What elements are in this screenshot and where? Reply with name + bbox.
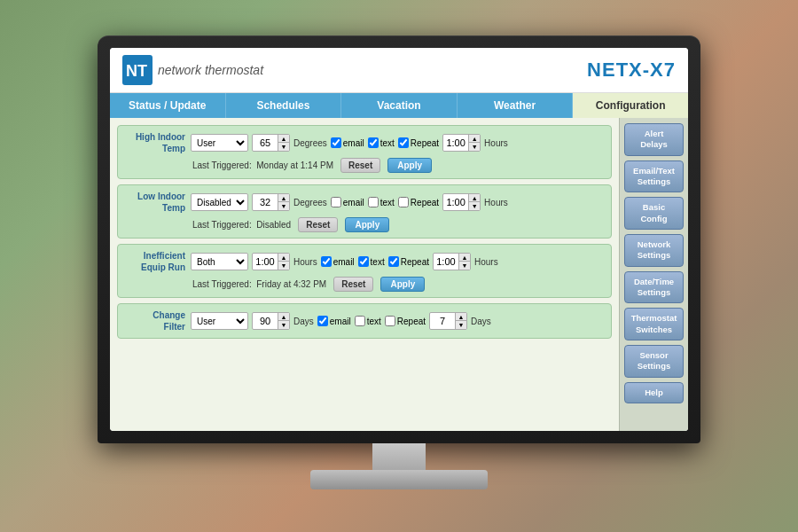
change-filter-threshold-spinbtns: ▲ ▼ bbox=[278, 313, 289, 329]
network-settings-button[interactable]: NetworkSettings bbox=[624, 234, 684, 267]
high-indoor-threshold-up[interactable]: ▲ bbox=[278, 135, 289, 143]
low-indoor-repeat-up[interactable]: ▲ bbox=[469, 194, 480, 202]
low-indoor-text-checkbox[interactable] bbox=[368, 197, 379, 207]
inefficient-threshold-spinner: ▲ ▼ bbox=[252, 253, 290, 270]
monitor-bezel: NT network thermostat NETX-X7 Status / U… bbox=[98, 35, 700, 443]
low-indoor-reset-button[interactable]: Reset bbox=[298, 217, 338, 232]
low-indoor-repeat-time-value[interactable] bbox=[443, 196, 468, 208]
tab-status-update[interactable]: Status / Update bbox=[110, 93, 226, 118]
change-filter-repeat-down[interactable]: ▼ bbox=[456, 321, 466, 329]
high-indoor-email-label[interactable]: email bbox=[331, 137, 364, 148]
inefficient-repeat-time-value[interactable] bbox=[434, 255, 458, 268]
inefficient-reset-button[interactable]: Reset bbox=[333, 277, 373, 292]
tab-weather[interactable]: Weather bbox=[458, 93, 574, 118]
change-filter-threshold-down[interactable]: ▼ bbox=[278, 321, 289, 329]
tab-vacation[interactable]: Vacation bbox=[341, 93, 458, 118]
low-indoor-email-checkbox[interactable] bbox=[331, 197, 341, 207]
right-sidebar: AlertDelays Email/TextSettings BasicConf… bbox=[619, 118, 688, 431]
monitor-neck bbox=[372, 443, 426, 470]
alert-row-change-filter: ChangeFilter UserDisabledBoth ▲ ▼ bbox=[117, 303, 612, 339]
change-filter-email-checkbox[interactable] bbox=[317, 316, 328, 326]
low-indoor-threshold-spinner: ▲ ▼ bbox=[252, 193, 290, 211]
low-indoor-repeat-label[interactable]: Repeat bbox=[398, 197, 439, 207]
help-button[interactable]: Help bbox=[624, 382, 684, 403]
low-indoor-repeat-checkbox[interactable] bbox=[398, 197, 409, 207]
high-indoor-repeat-up[interactable]: ▲ bbox=[469, 135, 480, 143]
inefficient-threshold-down[interactable]: ▼ bbox=[278, 262, 289, 270]
high-indoor-threshold-spinbtns: ▲ ▼ bbox=[278, 135, 289, 151]
high-indoor-select[interactable]: UserDisabledBoth bbox=[191, 134, 248, 152]
alert-inefficient-top: InefficientEquip Run UserDisabledBoth ▲ bbox=[125, 250, 604, 273]
thermostat-switches-button[interactable]: ThermostatSwitches bbox=[624, 308, 684, 340]
inefficient-apply-button[interactable]: Apply bbox=[380, 277, 425, 292]
alert-low-indoor-top: Low IndoorTemp UserDisabledBoth ▲ ▼ bbox=[125, 191, 604, 214]
change-filter-repeat-spinbtns: ▲ ▼ bbox=[455, 313, 466, 329]
high-indoor-repeat-down[interactable]: ▼ bbox=[469, 143, 480, 151]
basic-config-button[interactable]: BasicConfig bbox=[624, 197, 684, 230]
alert-delays-button[interactable]: AlertDelays bbox=[624, 123, 684, 156]
inefficient-repeat-label[interactable]: Repeat bbox=[388, 256, 429, 267]
change-filter-text-checkbox[interactable] bbox=[355, 316, 365, 326]
change-filter-threshold-value[interactable] bbox=[253, 315, 278, 327]
email-text-settings-button[interactable]: Email/TextSettings bbox=[624, 160, 684, 193]
alert-row-low-indoor-temp: Low IndoorTemp UserDisabledBoth ▲ ▼ bbox=[117, 184, 612, 239]
inefficient-email-checkbox[interactable] bbox=[321, 256, 332, 267]
low-indoor-threshold-spinbtns: ▲ ▼ bbox=[278, 194, 289, 210]
alert-high-indoor-bottom: Last Triggered: Monday at 1:14 PM Reset … bbox=[125, 158, 604, 173]
change-filter-repeat-checkbox[interactable] bbox=[385, 316, 395, 326]
low-indoor-email-label[interactable]: email bbox=[331, 197, 364, 207]
sensor-settings-button[interactable]: SensorSettings bbox=[624, 345, 684, 378]
high-indoor-unit: Degrees bbox=[293, 138, 327, 148]
monitor-wrapper: NT network thermostat NETX-X7 Status / U… bbox=[98, 35, 700, 497]
inefficient-threshold-value[interactable] bbox=[253, 255, 278, 268]
low-indoor-apply-button[interactable]: Apply bbox=[345, 217, 389, 232]
high-indoor-reset-button[interactable]: Reset bbox=[340, 158, 380, 173]
inefficient-text-label[interactable]: text bbox=[358, 256, 385, 267]
low-indoor-threshold-down[interactable]: ▼ bbox=[278, 202, 289, 210]
change-filter-repeat-label[interactable]: Repeat bbox=[385, 316, 426, 326]
inefficient-text-checkbox[interactable] bbox=[358, 256, 369, 267]
alert-controls-high-indoor: UserDisabledBoth ▲ ▼ Degrees bbox=[191, 134, 508, 152]
low-indoor-unit: Degrees bbox=[293, 198, 327, 207]
inefficient-repeat-checkbox[interactable] bbox=[388, 256, 399, 267]
high-indoor-apply-button[interactable]: Apply bbox=[387, 158, 432, 173]
change-filter-unit: Days bbox=[293, 317, 314, 326]
inefficient-email-label[interactable]: email bbox=[321, 256, 355, 267]
low-indoor-threshold-up[interactable]: ▲ bbox=[278, 194, 289, 202]
low-indoor-text-label[interactable]: text bbox=[368, 197, 395, 207]
model-name: NETX-X7 bbox=[587, 59, 676, 82]
high-indoor-repeat-checkbox[interactable] bbox=[398, 137, 409, 148]
tab-schedules[interactable]: Schedules bbox=[226, 93, 342, 118]
low-indoor-threshold-value[interactable] bbox=[253, 196, 278, 208]
datetime-settings-button[interactable]: Date/TimeSettings bbox=[624, 271, 684, 304]
change-filter-text-label[interactable]: text bbox=[355, 316, 381, 326]
change-filter-threshold-up[interactable]: ▲ bbox=[278, 313, 289, 321]
high-indoor-repeat-time-value[interactable] bbox=[443, 137, 468, 149]
change-filter-email-label[interactable]: email bbox=[317, 316, 351, 326]
high-indoor-text-label[interactable]: text bbox=[368, 137, 395, 148]
change-filter-select[interactable]: UserDisabledBoth bbox=[191, 312, 248, 330]
low-indoor-last-triggered: Last Triggered: Disabled bbox=[192, 220, 291, 230]
inefficient-repeat-up[interactable]: ▲ bbox=[459, 254, 470, 262]
alert-controls-inefficient: UserDisabledBoth ▲ ▼ Hours bbox=[191, 253, 498, 270]
high-indoor-text-checkbox[interactable] bbox=[368, 137, 379, 148]
low-indoor-select[interactable]: UserDisabledBoth bbox=[191, 193, 248, 211]
tab-configuration[interactable]: Configuration bbox=[573, 93, 688, 118]
inefficient-repeat-time-spinner: ▲ ▼ bbox=[433, 253, 471, 270]
high-indoor-threshold-value[interactable] bbox=[253, 137, 278, 149]
change-filter-repeat-up[interactable]: ▲ bbox=[456, 313, 466, 321]
change-filter-repeat-time-value[interactable] bbox=[430, 315, 455, 327]
high-indoor-repeat-label[interactable]: Repeat bbox=[398, 137, 439, 148]
logo-text: network thermostat bbox=[158, 63, 263, 77]
logo-area: NT network thermostat bbox=[122, 55, 263, 85]
low-indoor-repeat-down[interactable]: ▼ bbox=[469, 202, 480, 210]
high-indoor-email-checkbox[interactable] bbox=[331, 137, 341, 148]
screen: NT network thermostat NETX-X7 Status / U… bbox=[110, 48, 688, 431]
high-indoor-repeat-spinbtns: ▲ ▼ bbox=[468, 135, 480, 151]
high-indoor-repeat-unit: Hours bbox=[484, 138, 508, 148]
alert-label-high-indoor: High IndoorTemp bbox=[125, 131, 185, 154]
inefficient-select[interactable]: UserDisabledBoth bbox=[191, 253, 248, 270]
high-indoor-threshold-down[interactable]: ▼ bbox=[278, 143, 289, 151]
inefficient-repeat-down[interactable]: ▼ bbox=[459, 262, 470, 270]
inefficient-threshold-up[interactable]: ▲ bbox=[278, 254, 289, 262]
